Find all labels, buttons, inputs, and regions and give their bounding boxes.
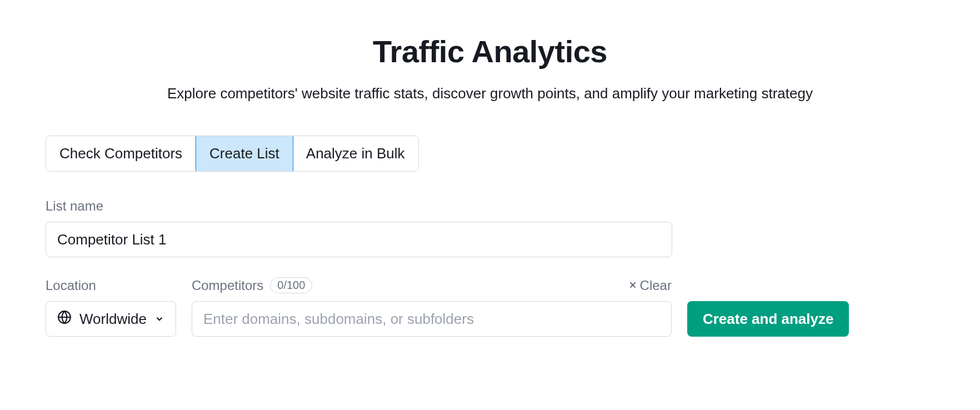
tab-create-list[interactable]: Create List [196, 136, 293, 172]
tab-check-competitors[interactable]: Check Competitors [46, 136, 196, 171]
competitors-label: Competitors [192, 278, 263, 293]
competitors-count-badge: 0/100 [270, 277, 312, 293]
location-value: Worldwide [79, 311, 147, 328]
list-name-input[interactable] [46, 222, 672, 257]
bottom-row: Location Worldwide [46, 277, 934, 337]
tab-analyze-in-bulk[interactable]: Analyze in Bulk [293, 136, 418, 171]
list-name-label: List name [46, 198, 934, 214]
tab-group: Check Competitors Create List Analyze in… [46, 136, 419, 172]
location-select[interactable]: Worldwide [46, 301, 176, 337]
clear-button[interactable]: Clear [628, 278, 672, 293]
list-name-section: List name [46, 198, 934, 257]
competitors-section: Competitors 0/100 Clear [192, 277, 672, 337]
location-section: Location Worldwide [46, 278, 176, 337]
globe-icon [57, 310, 72, 328]
page-subtitle: Explore competitors' website traffic sta… [46, 85, 934, 102]
create-and-analyze-button[interactable]: Create and analyze [687, 301, 849, 337]
clear-label: Clear [640, 278, 672, 293]
page-title: Traffic Analytics [46, 33, 934, 69]
close-icon [628, 278, 638, 293]
location-label: Location [46, 278, 176, 293]
chevron-down-icon [154, 311, 164, 328]
competitors-input[interactable] [192, 301, 672, 337]
